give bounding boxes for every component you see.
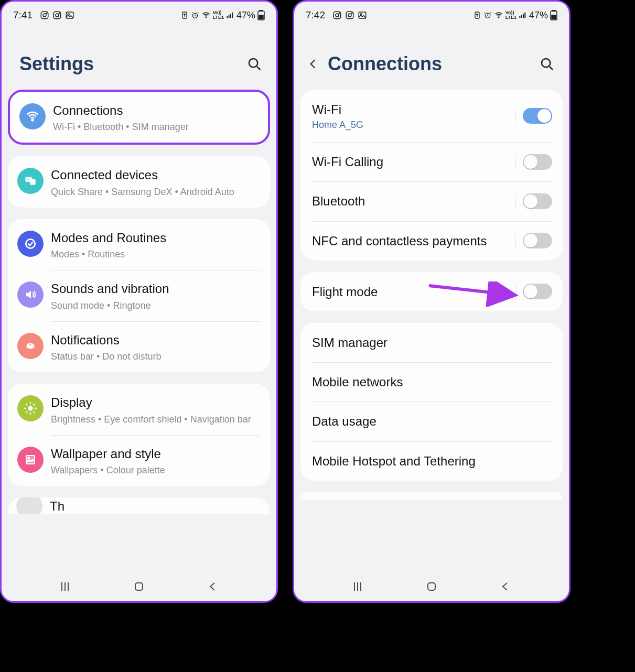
list-item[interactable]: Notifications Status bar • Do not distur… xyxy=(8,321,270,372)
wifi-icon xyxy=(494,11,503,19)
settings-group: Modes and Routines Modes • Routines Soun… xyxy=(8,219,270,372)
page-title: Settings xyxy=(19,53,94,75)
signal-icon xyxy=(519,11,527,19)
bell-icon xyxy=(17,333,44,359)
recents-button[interactable] xyxy=(347,576,368,597)
search-button[interactable] xyxy=(537,55,556,73)
item-title: Mobile Hotspot and Tethering xyxy=(312,453,552,469)
svg-point-32 xyxy=(339,13,340,14)
instagram-icon xyxy=(52,10,62,20)
svg-point-4 xyxy=(56,14,59,17)
sun-icon xyxy=(17,395,44,421)
alarm-icon xyxy=(191,11,199,19)
svg-point-5 xyxy=(59,13,60,14)
svg-point-28 xyxy=(28,457,30,459)
item-title: Th xyxy=(50,498,64,514)
wallpaper-icon xyxy=(17,447,44,473)
svg-rect-47 xyxy=(552,15,556,19)
modes-icon xyxy=(17,231,44,257)
status-bar: 7:42 Vo))LTE1 47% xyxy=(294,2,569,27)
toggle-switch[interactable] xyxy=(523,108,552,124)
list-item[interactable]: Bluetooth xyxy=(300,181,563,221)
svg-point-31 xyxy=(336,14,339,17)
back-button[interactable] xyxy=(303,53,324,74)
instagram-icon xyxy=(332,10,342,20)
list-item[interactable]: Mobile Hotspot and Tethering xyxy=(300,441,563,481)
toggle-switch[interactable] xyxy=(523,284,552,299)
back-button[interactable] xyxy=(495,576,516,597)
themes-icon xyxy=(16,497,42,514)
navigation-bar xyxy=(294,572,569,601)
list-item[interactable]: Wallpaper and style Wallpapers • Colour … xyxy=(8,435,270,486)
recents-button[interactable] xyxy=(55,576,76,597)
item-subtitle: Wi-Fi • Bluetooth • SIM manager xyxy=(53,121,259,133)
phone-screen-settings: 7:41 Vo))LTE1 47% Settings Connections W… xyxy=(0,0,278,603)
item-title: Mobile networks xyxy=(312,374,552,390)
navigation-bar xyxy=(2,572,276,601)
item-title: Flight mode xyxy=(312,284,515,300)
item-subtitle: Brightness • Eye comfort shield • Naviga… xyxy=(51,413,261,426)
list-item[interactable]: Mobile networks xyxy=(300,362,563,402)
search-button[interactable] xyxy=(245,55,264,73)
list-item[interactable]: Connections Wi-Fi • Bluetooth • SIM mana… xyxy=(10,92,268,143)
svg-rect-43 xyxy=(523,14,524,18)
toggle-switch[interactable] xyxy=(523,233,552,248)
toggle-switch[interactable] xyxy=(523,154,552,170)
list-item[interactable]: Th xyxy=(8,497,270,514)
connections-group: Flight mode xyxy=(300,272,563,311)
list-item[interactable]: Wi-Fi Home A_5G xyxy=(300,90,563,142)
svg-rect-13 xyxy=(230,14,231,18)
toggle-switch[interactable] xyxy=(523,193,552,209)
svg-point-2 xyxy=(46,13,47,14)
svg-point-19 xyxy=(31,119,33,121)
image-icon xyxy=(358,10,367,20)
item-title: Bluetooth xyxy=(312,193,515,209)
list-item[interactable]: Connected devices Quick Share • Samsung … xyxy=(8,156,270,207)
devices-icon xyxy=(17,168,44,194)
home-button[interactable] xyxy=(128,576,149,597)
settings-group: Connected devices Quick Share • Samsung … xyxy=(8,156,270,207)
item-subtitle: Wallpapers • Colour palette xyxy=(51,464,261,476)
item-title: Wallpaper and style xyxy=(51,446,261,462)
divider xyxy=(515,284,515,299)
volte-indicator: Vo))LTE1 xyxy=(213,10,224,20)
list-item[interactable]: Modes and Routines Modes • Routines xyxy=(8,219,270,270)
list-item[interactable]: Flight mode xyxy=(300,272,563,311)
item-title: Modes and Routines xyxy=(51,230,261,246)
item-title: Data usage xyxy=(312,413,552,429)
list-item[interactable]: Data usage xyxy=(300,402,563,441)
battery-icon xyxy=(257,10,265,20)
item-subtitle: Home A_5G xyxy=(312,120,515,131)
connections-group: SIM manager Mobile networks Data usage M… xyxy=(300,323,563,481)
item-title: Wi-Fi xyxy=(312,101,515,117)
item-title: Connections xyxy=(53,102,259,118)
battery-icon xyxy=(550,10,557,20)
connections-header: Connections xyxy=(294,27,569,90)
list-item[interactable]: Sounds and vibration Sound mode • Ringto… xyxy=(8,270,270,321)
battery-saver-icon xyxy=(473,11,481,19)
signal-icon xyxy=(226,11,234,19)
list-item[interactable]: Wi-Fi Calling xyxy=(300,142,563,181)
back-button[interactable] xyxy=(202,576,223,597)
settings-group: Display Brightness • Eye comfort shield … xyxy=(8,384,270,486)
svg-point-10 xyxy=(206,17,207,18)
svg-rect-50 xyxy=(428,583,435,590)
item-subtitle: Quick Share • Samsung DeX • Android Auto xyxy=(51,186,261,198)
svg-rect-42 xyxy=(521,15,522,18)
svg-rect-12 xyxy=(229,15,230,18)
svg-point-1 xyxy=(43,14,46,17)
svg-rect-29 xyxy=(135,583,143,590)
home-button[interactable] xyxy=(421,576,442,597)
settings-header: Settings xyxy=(2,27,276,90)
svg-rect-14 xyxy=(232,13,233,18)
svg-rect-11 xyxy=(227,16,228,18)
svg-point-25 xyxy=(28,406,33,411)
item-title: Sounds and vibration xyxy=(51,280,261,297)
list-item[interactable]: NFC and contactless payments xyxy=(300,221,563,261)
list-item[interactable]: SIM manager xyxy=(300,323,563,362)
svg-point-48 xyxy=(542,59,550,67)
item-title: Wi-Fi Calling xyxy=(312,154,515,170)
page-title: Connections xyxy=(328,53,442,75)
list-item[interactable]: Display Brightness • Eye comfort shield … xyxy=(8,384,270,435)
volte-indicator: Vo))LTE1 xyxy=(505,10,516,20)
